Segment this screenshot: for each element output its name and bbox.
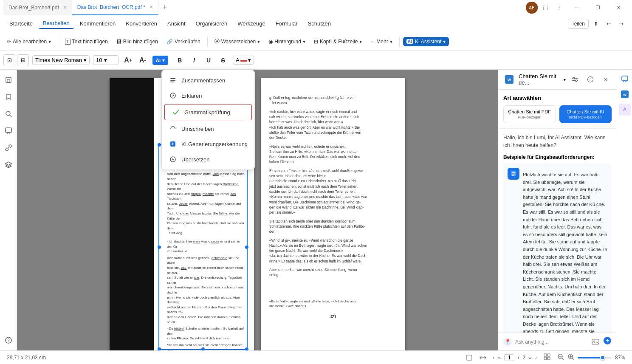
pdf-pages: Plötzlich wachte sie auf. Es war halb dr… bbox=[110, 78, 405, 342]
ki-icon: AI bbox=[406, 39, 413, 44]
menu-grammatikpruefung[interactable]: Grammatikprüfung bbox=[164, 104, 252, 120]
tab-1-close[interactable]: ✕ bbox=[63, 5, 67, 10]
panel-settings-icon[interactable] bbox=[569, 73, 581, 85]
chat-greeting: Hallo, ich bin Lumi, Ihr AI Assistent. W… bbox=[503, 134, 612, 149]
tab-1[interactable]: Das Brot_Borchert.pdf ✕ bbox=[3, 0, 72, 15]
font-color-indicator bbox=[240, 60, 247, 62]
font-size-decrease[interactable]: A- bbox=[136, 54, 149, 66]
zoom-slider[interactable] bbox=[578, 357, 612, 358]
rs-translate-icon[interactable]: A bbox=[619, 104, 631, 116]
align-icon[interactable]: ⊞ bbox=[17, 54, 29, 66]
menu-bearbeiten[interactable]: Bearbeiten bbox=[39, 18, 74, 29]
panel-close-icon[interactable]: ✕ bbox=[600, 73, 612, 85]
notification-button[interactable]: ⬚ bbox=[539, 2, 551, 14]
search-sidebar-icon[interactable] bbox=[2, 107, 15, 121]
font-family-select[interactable]: Times New Roman ▾ bbox=[32, 55, 90, 65]
example-content: Plötzlich wachte sie auf. Es war halb dr… bbox=[523, 168, 607, 333]
close-button[interactable]: ✕ bbox=[609, 0, 629, 15]
comment-sidebar-icon[interactable] bbox=[2, 124, 15, 138]
menu-kommentieren[interactable]: Kommentieren bbox=[76, 19, 120, 28]
italic-button[interactable]: I bbox=[188, 54, 200, 66]
font-color-dropdown: ▾ bbox=[248, 57, 251, 63]
svg-rect-34 bbox=[622, 76, 628, 81]
strikethrough-button[interactable]: S bbox=[217, 54, 229, 66]
art-option-ki[interactable]: Chatten Sie mit KI nicht PDF-bezogen bbox=[559, 105, 612, 123]
prev-page-button[interactable]: ‹ bbox=[493, 355, 495, 361]
share-button[interactable]: Teilen bbox=[568, 19, 589, 29]
view-options-button[interactable] bbox=[544, 353, 550, 361]
tab-2[interactable]: Das Brot_Borchert_OCR.pdf * ✕ bbox=[72, 0, 158, 15]
text-hinzufuegen-button[interactable]: T Text hinzufügen bbox=[62, 37, 111, 46]
chat-input-area: 📍 bbox=[498, 333, 617, 350]
undo-button[interactable]: ↩ bbox=[603, 19, 614, 28]
menu-ansicht[interactable]: Ansicht bbox=[163, 19, 190, 28]
send-button[interactable] bbox=[603, 336, 612, 347]
menu-zusammenfassen[interactable]: Zusammenfassen bbox=[162, 73, 254, 88]
last-page-button[interactable]: » bbox=[529, 355, 532, 361]
svg-rect-16 bbox=[6, 128, 11, 133]
alle-bearbeiten-button[interactable]: ✏ Alle bearbeiten ▾ bbox=[3, 37, 54, 46]
ai-format-button[interactable]: AI ▾ bbox=[152, 56, 168, 65]
menu-uebersetzen[interactable]: A Übersetzen bbox=[162, 152, 254, 167]
next-page-button[interactable]: › bbox=[535, 355, 537, 361]
rs-chat-icon[interactable] bbox=[619, 73, 631, 85]
underline-button[interactable]: U bbox=[202, 54, 215, 66]
menu-organisieren[interactable]: Organisieren bbox=[192, 19, 231, 28]
help-sidebar-icon[interactable]: ? bbox=[2, 333, 15, 347]
chat-content[interactable]: Hallo, ich bin Lumi, Ihr AI Assistent. W… bbox=[498, 129, 617, 333]
redo-button[interactable]: ↪ bbox=[616, 19, 627, 28]
page-321-number: 321 bbox=[269, 314, 397, 320]
layers-sidebar-icon[interactable] bbox=[2, 158, 15, 172]
tab-2-close[interactable]: ✕ bbox=[150, 5, 153, 9]
bild-hinzufuegen-button[interactable]: 🖼 Bild hinzufügen bbox=[113, 37, 161, 46]
menu-konvertieren[interactable]: Konvertieren bbox=[121, 19, 161, 28]
page-number-input[interactable] bbox=[504, 354, 514, 361]
new-tab-button[interactable]: + bbox=[158, 0, 172, 15]
zoom-out-button[interactable] bbox=[557, 353, 564, 361]
ai-context-menu: Zusammenfassen ? Erklären Grammatikprüfu… bbox=[161, 70, 255, 170]
home-sidebar-icon[interactable] bbox=[2, 73, 15, 87]
mehr-button[interactable]: ··· Mehr ▾ bbox=[367, 37, 395, 46]
font-color-button[interactable]: A ▾ bbox=[233, 56, 254, 65]
zoom-in-button[interactable] bbox=[567, 353, 574, 361]
font-size-select[interactable]: 10 ▾ bbox=[93, 55, 118, 65]
pdf-area[interactable]: Plötzlich wachte sie auf. Es war halb dr… bbox=[17, 70, 498, 350]
verknuepfen-button[interactable]: 🔗 Verknüpfen bbox=[163, 37, 204, 46]
font-family-dropdown-icon: ▾ bbox=[84, 57, 87, 63]
crop-icon[interactable]: ⊡ bbox=[3, 54, 15, 66]
fit-width-button[interactable] bbox=[480, 354, 486, 361]
ki-assistent-button[interactable]: AI KI Assistent ▾ bbox=[403, 37, 449, 46]
menu-startseite[interactable]: Startseite bbox=[5, 19, 37, 28]
menu-werkzeuge[interactable]: Werkzeuge bbox=[233, 19, 270, 28]
wasserzeichen-button[interactable]: Ⓐ Wasserzeichen ▾ bbox=[211, 36, 264, 47]
panel-help-icon[interactable]: ? bbox=[584, 73, 596, 85]
menu-umschreiben[interactable]: Umschreiben bbox=[162, 121, 254, 136]
menubar: Startseite Bearbeiten Kommentieren Konve… bbox=[0, 15, 632, 32]
menu-formular[interactable]: Formular bbox=[271, 19, 302, 28]
bookmark-sidebar-icon[interactable] bbox=[2, 90, 15, 104]
kopf-fuss-button[interactable]: ⊟ Kopf- & Fußzeile ▾ bbox=[310, 37, 365, 46]
minimize-button[interactable]: ─ bbox=[567, 0, 586, 15]
font-size-increase[interactable]: A+ bbox=[122, 54, 135, 66]
image-input-icon[interactable] bbox=[591, 338, 600, 346]
user-avatar[interactable]: AB bbox=[526, 2, 538, 14]
art-option-ki-sub: nicht PDF-bezogen bbox=[563, 115, 608, 119]
art-select-label: Art auswählen bbox=[503, 95, 612, 101]
first-page-button[interactable]: « bbox=[498, 355, 501, 361]
rs-word-icon[interactable]: W bbox=[619, 88, 631, 100]
svg-rect-3 bbox=[170, 80, 175, 81]
tab-1-label: Das Brot_Borchert.pdf bbox=[8, 5, 59, 11]
chat-input[interactable] bbox=[515, 339, 588, 345]
art-option-pdf[interactable]: Chatten Sie mit PDF PDF-bezogen bbox=[503, 105, 556, 123]
more-options-button[interactable]: ⋮ bbox=[553, 2, 565, 14]
edit-icon: ✏ bbox=[7, 39, 11, 45]
maximize-button[interactable]: ☐ bbox=[588, 0, 607, 15]
bold-button[interactable]: B bbox=[173, 54, 186, 66]
link-sidebar-icon[interactable] bbox=[2, 141, 15, 155]
menu-schuetzen[interactable]: Schützen bbox=[304, 19, 335, 28]
hintergrund-button[interactable]: ◉ Hintergrund ▾ bbox=[265, 37, 309, 46]
menu-ki-generierungserkennung[interactable]: AI KI Generierungserkennung bbox=[162, 136, 254, 152]
fit-page-button[interactable] bbox=[466, 354, 473, 361]
menu-erklaeren[interactable]: ? Erklären bbox=[162, 88, 254, 103]
share-icon-button[interactable]: ⬆ bbox=[590, 19, 601, 28]
